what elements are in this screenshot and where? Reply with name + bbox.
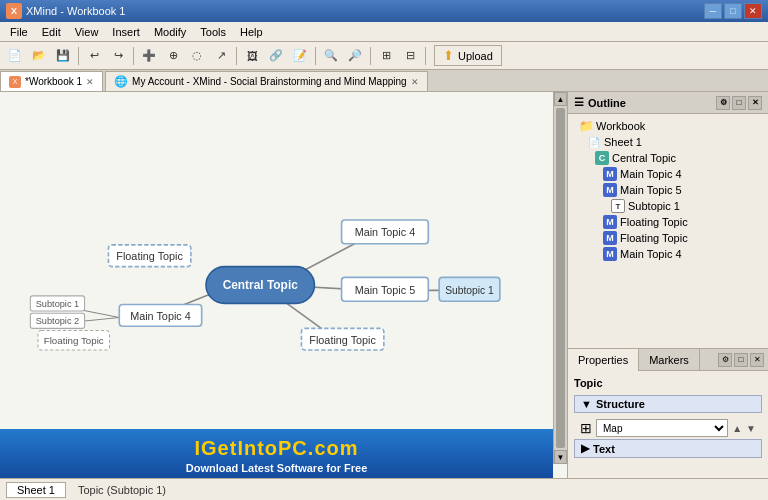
props-settings-button[interactable]: ⚙ xyxy=(718,353,732,367)
insert-image-button[interactable]: 🖼 xyxy=(241,45,263,67)
structure-down-arrow[interactable]: ▼ xyxy=(746,423,756,434)
drill-button[interactable]: ⊟ xyxy=(399,45,421,67)
tree-label-main5: Main Topic 5 xyxy=(620,184,682,196)
add-floating-button[interactable]: ◌ xyxy=(186,45,208,67)
close-button[interactable]: ✕ xyxy=(744,3,762,19)
tree-item-central[interactable]: C Central Topic xyxy=(568,150,768,166)
tree-label-sheet1: Sheet 1 xyxy=(604,136,642,148)
browser-tab-close[interactable]: ✕ xyxy=(411,77,419,87)
watermark-highlight: Into xyxy=(237,437,278,459)
outline-settings-button[interactable]: ⚙ xyxy=(716,96,730,110)
tree-item-main5[interactable]: M Main Topic 5 xyxy=(568,182,768,198)
properties-tab-label: Properties xyxy=(578,354,628,366)
props-tabs: Properties Markers xyxy=(568,349,700,371)
status-bar: Sheet 1 Topic (Subtopic 1) xyxy=(0,478,768,500)
props-tab-bar: Properties Markers ⚙ □ ✕ xyxy=(568,349,768,371)
add-topic-button[interactable]: ➕ xyxy=(138,45,160,67)
main-topic4b-icon: M xyxy=(603,247,617,261)
menu-modify[interactable]: Modify xyxy=(148,24,192,40)
browser-tab[interactable]: 🌐 My Account - XMind - Social Brainstorm… xyxy=(105,71,428,91)
menu-tools[interactable]: Tools xyxy=(194,24,232,40)
outline-close-button[interactable]: ✕ xyxy=(748,96,762,110)
add-relationship-button[interactable]: ↗ xyxy=(210,45,232,67)
properties-tab[interactable]: Properties xyxy=(568,349,639,371)
tree-item-sheet1[interactable]: 📄 Sheet 1 xyxy=(568,134,768,150)
menu-insert[interactable]: Insert xyxy=(106,24,146,40)
watermark-pre: IGet xyxy=(194,437,237,459)
central-topic-icon: C xyxy=(595,151,609,165)
svg-text:Subtopic 1: Subtopic 1 xyxy=(445,285,494,296)
upload-label: Upload xyxy=(458,50,493,62)
svg-text:Main Topic 4: Main Topic 4 xyxy=(130,310,191,322)
toolbar-separator-1 xyxy=(78,47,79,65)
undo-button[interactable]: ↩ xyxy=(83,45,105,67)
canvas-scrollbar-vertical[interactable]: ▲ ▼ xyxy=(553,92,567,464)
insert-note-button[interactable]: 📝 xyxy=(289,45,311,67)
window-controls: ─ □ ✕ xyxy=(704,3,762,19)
workbook-tab-label: *Workbook 1 xyxy=(25,76,82,87)
upload-button[interactable]: ⬆ Upload xyxy=(434,45,502,66)
scroll-thumb-vertical[interactable] xyxy=(556,108,565,448)
workbook-tab[interactable]: X *Workbook 1 ✕ xyxy=(0,71,103,91)
tree-item-main4[interactable]: M Main Topic 4 xyxy=(568,166,768,182)
tree-item-subtopic1[interactable]: T Subtopic 1 xyxy=(568,198,768,214)
scroll-down-button[interactable]: ▼ xyxy=(554,450,567,464)
watermark: IGetIntoPC.com Download Latest Software … xyxy=(0,429,553,478)
text-section[interactable]: ▶ Text xyxy=(574,439,762,458)
watermark-post: PC xyxy=(278,437,308,459)
tree-item-floating2[interactable]: M Floating Topic xyxy=(568,230,768,246)
new-button[interactable]: 📄 xyxy=(4,45,26,67)
minimize-button[interactable]: ─ xyxy=(704,3,722,19)
structure-up-arrow[interactable]: ▲ xyxy=(732,423,742,434)
save-button[interactable]: 💾 xyxy=(52,45,74,67)
menu-file[interactable]: File xyxy=(4,24,34,40)
add-subtopic-button[interactable]: ⊕ xyxy=(162,45,184,67)
mind-map: Central Topic Main Topic 4 Main Topic 5 … xyxy=(0,92,553,478)
toolbar-separator-6 xyxy=(425,47,426,65)
browser-tab-label: My Account - XMind - Social Brainstormin… xyxy=(132,76,407,87)
outline-panel-controls: ⚙ □ ✕ xyxy=(716,96,762,110)
insert-link-button[interactable]: 🔗 xyxy=(265,45,287,67)
toolbar-separator-5 xyxy=(370,47,371,65)
window-title: XMind - Workbook 1 xyxy=(26,5,125,17)
zoom-in-button[interactable]: 🔍 xyxy=(320,45,342,67)
tree-item-main4b[interactable]: M Main Topic 4 xyxy=(568,246,768,262)
tree-item-workbook[interactable]: 📁 Workbook xyxy=(568,118,768,134)
menu-bar: File Edit View Insert Modify Tools Help xyxy=(0,22,768,42)
outline-icon: ☰ xyxy=(574,96,584,109)
menu-view[interactable]: View xyxy=(69,24,105,40)
text-arrow-icon: ▶ xyxy=(581,442,589,455)
outline-expand-button[interactable]: □ xyxy=(732,96,746,110)
status-text: Topic (Subtopic 1) xyxy=(78,484,166,496)
redo-button[interactable]: ↪ xyxy=(107,45,129,67)
sheet1-tab[interactable]: Sheet 1 xyxy=(6,482,66,498)
open-button[interactable]: 📂 xyxy=(28,45,50,67)
toolbar-separator-4 xyxy=(315,47,316,65)
structure-section[interactable]: ▼ Structure xyxy=(574,395,762,413)
props-close-button[interactable]: ✕ xyxy=(750,353,764,367)
tree-item-floating1[interactable]: M Floating Topic xyxy=(568,214,768,230)
menu-help[interactable]: Help xyxy=(234,24,269,40)
workbook-tab-close[interactable]: ✕ xyxy=(86,77,94,87)
title-bar: X XMind - Workbook 1 ─ □ ✕ xyxy=(0,0,768,22)
app-icon: X xyxy=(6,3,22,19)
filter-button[interactable]: ⊞ xyxy=(375,45,397,67)
outline-tree[interactable]: 📁 Workbook 📄 Sheet 1 C Central Topic M M… xyxy=(568,114,768,348)
right-panel: ☰ Outline ⚙ □ ✕ 📁 Workbook 📄 Sheet 1 xyxy=(568,92,768,478)
props-expand-button[interactable]: □ xyxy=(734,353,748,367)
menu-edit[interactable]: Edit xyxy=(36,24,67,40)
scroll-up-button[interactable]: ▲ xyxy=(554,92,567,106)
structure-select[interactable]: Map xyxy=(596,419,728,437)
maximize-button[interactable]: □ xyxy=(724,3,742,19)
tree-label-floating2: Floating Topic xyxy=(620,232,688,244)
svg-text:Floating Topic: Floating Topic xyxy=(309,334,376,346)
markers-tab[interactable]: Markers xyxy=(639,349,700,371)
main-topic5-icon: M xyxy=(603,183,617,197)
text-section-label: Text xyxy=(593,443,615,455)
svg-text:Central Topic: Central Topic xyxy=(223,278,299,292)
tree-label-floating1: Floating Topic xyxy=(620,216,688,228)
svg-text:Subtopic 2: Subtopic 2 xyxy=(36,316,80,326)
zoom-out-button[interactable]: 🔎 xyxy=(344,45,366,67)
tree-label-subtopic1: Subtopic 1 xyxy=(628,200,680,212)
canvas-area[interactable]: Central Topic Main Topic 4 Main Topic 5 … xyxy=(0,92,568,478)
